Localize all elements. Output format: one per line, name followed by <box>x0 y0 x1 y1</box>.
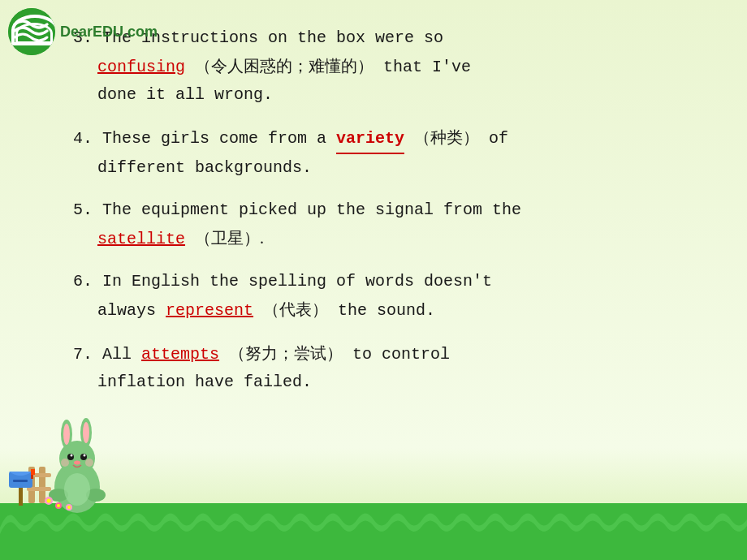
item-7-line2: inflation have failed. <box>97 368 731 396</box>
item-5-line1: 5. The equipment picked up the signal fr… <box>73 196 731 224</box>
list-item: 6. In English the spelling of words does… <box>73 268 731 325</box>
logo-dear: DearEDU.com <box>60 24 158 40</box>
svg-point-10 <box>83 422 89 443</box>
keyword-attempts: attempts <box>141 345 219 364</box>
svg-point-13 <box>71 454 73 457</box>
item-4-line2: different backgrounds. <box>97 154 731 182</box>
item-3-line1: 3. The instructions on the box were so <box>73 24 731 52</box>
svg-rect-2 <box>39 467 45 503</box>
main-content: 3. The instructions on the box were so c… <box>73 24 731 479</box>
item-3-line3: done it all wrong. <box>97 81 731 109</box>
chinese-satellite: （卫星）. <box>195 229 264 247</box>
keyword-represent: represent <box>166 301 253 320</box>
svg-point-24 <box>57 504 60 507</box>
mailbox-decoration <box>6 465 35 510</box>
svg-point-16 <box>61 459 69 467</box>
svg-point-26 <box>67 506 71 509</box>
item-number: 6. <box>73 272 93 291</box>
svg-rect-27 <box>19 485 23 506</box>
item-6-line1: 6. In English the spelling of words does… <box>73 268 731 295</box>
bunny-decoration <box>24 410 114 515</box>
keyword-confusing: confusing <box>97 58 185 76</box>
svg-point-15 <box>74 461 80 465</box>
list-item: 5. The equipment picked up the signal fr… <box>73 196 731 253</box>
svg-point-20 <box>64 473 90 506</box>
item-3-line2: confusing （令人困惑的；难懂的） that I've <box>97 52 731 81</box>
item-6-line2: always represent （代表） the sound. <box>97 295 731 325</box>
item-7-line1: 7. All attempts （努力；尝试） to control <box>73 339 731 368</box>
svg-point-8 <box>63 424 70 445</box>
header-logo: DearEDU.com <box>8 8 158 55</box>
svg-point-17 <box>85 459 93 467</box>
item-number: 7. <box>73 345 93 364</box>
list-item: 3. The instructions on the box were so c… <box>73 24 731 109</box>
chinese-confusing: （令人困惑的；难懂的） <box>195 57 374 75</box>
list-item: 7. All attempts （努力；尝试） to control infla… <box>73 339 731 396</box>
item-number: 5. <box>73 200 93 219</box>
svg-rect-31 <box>31 469 35 475</box>
logo-icon <box>8 8 55 55</box>
keyword-variety: variety <box>336 125 404 154</box>
chinese-attempts: （努力；尝试） <box>229 344 343 362</box>
chinese-represent: （代表） <box>263 300 328 318</box>
svg-point-14 <box>84 454 86 457</box>
keyword-satellite: satellite <box>97 230 185 248</box>
item-number: 4. <box>73 129 93 148</box>
item-4-line1: 4. These girls come from a variety （种类） … <box>73 123 731 154</box>
logo-text: DearEDU.com <box>60 24 158 41</box>
svg-point-0 <box>8 8 55 55</box>
item-5-line2: satellite （卫星）. <box>97 224 731 253</box>
svg-rect-29 <box>13 480 28 482</box>
svg-point-22 <box>47 499 51 503</box>
list-item: 4. These girls come from a variety （种类） … <box>73 123 731 182</box>
chinese-variety: （种类） <box>414 128 479 146</box>
